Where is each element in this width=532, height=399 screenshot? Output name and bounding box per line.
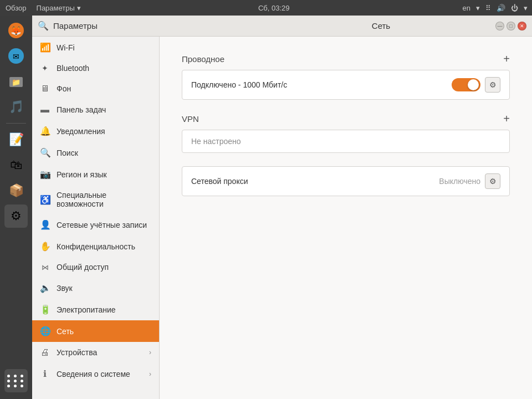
search-icon: 🔍 (38, 21, 49, 31)
sidebar-label-panel: Панель задач (57, 105, 106, 114)
lang-button[interactable]: en (463, 4, 470, 12)
window-title-center: Сеть (267, 21, 495, 30)
panel-icon: ▬ (40, 105, 50, 115)
fon-icon: 🖥 (40, 84, 50, 94)
power-sidebar-icon: 🔋 (40, 304, 50, 315)
dock-software[interactable]: 🛍 (4, 154, 28, 177)
settings-window: 🔍 Параметры Сеть — □ ✕ 📶 Wi-Fi (32, 16, 532, 399)
lang-arrow-icon: ▾ (476, 4, 480, 12)
about-chevron-icon: › (149, 370, 151, 378)
power-icon[interactable]: ⏻ (511, 4, 518, 12)
wired-settings-button[interactable]: ⚙ (485, 77, 500, 93)
vpn-add-button[interactable]: + (503, 113, 510, 124)
power-arrow: ▾ (524, 4, 528, 12)
sidebar: 📶 Wi-Fi ✦ Bluetooth 🖥 Фон ▬ Панель задач (32, 37, 160, 399)
sidebar-item-devices[interactable]: 🖨 Устройства › (32, 342, 159, 363)
svg-text:📁: 📁 (12, 78, 21, 87)
network-icon: 🌐 (40, 326, 50, 336)
main-layout: 📶 Wi-Fi ✦ Bluetooth 🖥 Фон ▬ Панель задач (32, 37, 532, 399)
content-wrap: 🦊 ✉ 📁 🎵 📝 🛍 📦 ⚙ (0, 16, 532, 399)
accessibility-icon: ♿ (40, 195, 50, 205)
vpn-section-title: VPN (182, 114, 199, 124)
devices-chevron-icon: › (149, 349, 151, 356)
topbar: Обзор Параметры ▾ Сб, 03:29 en ▾ ⠿ 🔊 ⏻ ▾ (0, 0, 532, 16)
dock-files[interactable]: 📁 (4, 70, 28, 93)
sidebar-item-power[interactable]: 🔋 Электропитание (32, 299, 159, 320)
sidebar-label-devices: Устройства (57, 348, 97, 357)
search-sidebar-icon: 🔍 (40, 147, 50, 158)
dock-firefox[interactable]: 🦊 (4, 19, 28, 42)
sidebar-label-sound: Звук (57, 284, 73, 293)
dock-thunderbird[interactable]: ✉ (4, 44, 28, 68)
wired-section-header: Проводное + (182, 53, 510, 64)
dock: 🦊 ✉ 📁 🎵 📝 🛍 📦 ⚙ (0, 16, 32, 399)
sidebar-item-search[interactable]: 🔍 Поиск (32, 142, 159, 163)
sidebar-item-fon[interactable]: 🖥 Фон (32, 78, 159, 99)
topbar-left: Обзор Параметры ▾ (0, 0, 85, 16)
sidebar-label-about: Сведения о системе (57, 370, 130, 378)
sidebar-label-notif: Уведомления (57, 127, 105, 136)
region-icon: 📷 (40, 169, 50, 180)
overview-button[interactable]: Обзор (0, 0, 32, 16)
proxy-card[interactable]: Сетевой прокси Выключено ⚙ (182, 166, 510, 196)
proxy-settings-button[interactable]: ⚙ (485, 173, 500, 189)
dock-writer[interactable]: 📝 (4, 128, 28, 151)
wired-add-button[interactable]: + (503, 53, 510, 64)
params-arrow-icon: ▾ (77, 4, 81, 12)
sidebar-item-notif[interactable]: 🔔 Уведомления (32, 120, 159, 142)
window-maximize-button[interactable]: □ (507, 22, 515, 30)
params-menu-label: Параметры (37, 4, 75, 12)
dock-separator (6, 123, 26, 124)
app-wrap: Обзор Параметры ▾ Сб, 03:29 en ▾ ⠿ 🔊 ⏻ ▾… (0, 0, 532, 399)
sidebar-label-search: Поиск (57, 149, 78, 157)
wired-toggle[interactable] (452, 78, 480, 91)
sidebar-item-privacy[interactable]: ✋ Конфиденциальность (32, 236, 159, 257)
proxy-section: Сетевой прокси Выключено ⚙ (182, 166, 510, 196)
sidebar-item-sound[interactable]: 🔈 Звук (32, 277, 159, 299)
svg-text:✉: ✉ (13, 52, 19, 61)
wired-section-title: Проводное (182, 54, 224, 64)
bluetooth-icon: ✦ (40, 64, 50, 73)
sidebar-item-region[interactable]: 📷 Регион и язык (32, 163, 159, 185)
accounts-icon: 👤 (40, 219, 50, 230)
volume-icon[interactable]: 🔊 (497, 4, 505, 12)
sidebar-label-privacy: Конфиденциальность (57, 242, 135, 251)
vpn-card: Не настроено (182, 130, 510, 153)
window-titlebar: 🔍 Параметры Сеть — □ ✕ (32, 16, 532, 37)
dock-rhythmbox[interactable]: 🎵 (4, 95, 28, 119)
window-close-button[interactable]: ✕ (518, 22, 526, 30)
sidebar-item-share[interactable]: ⋈ Общий доступ (32, 257, 159, 277)
dock-settings[interactable]: ⚙ (4, 204, 28, 228)
sidebar-item-about[interactable]: ℹ Сведения о системе › (32, 363, 159, 385)
sidebar-label-power: Электропитание (57, 305, 116, 314)
sidebar-label-accessibility: Специальные возможности (57, 191, 151, 208)
sidebar-item-bluetooth[interactable]: ✦ Bluetooth (32, 58, 159, 78)
dock-apps-grid-button[interactable] (4, 369, 28, 392)
sidebar-item-panel[interactable]: ▬ Панель задач (32, 99, 159, 120)
sidebar-label-fon: Фон (57, 84, 71, 93)
window-minimize-button[interactable]: — (495, 22, 504, 30)
share-icon: ⋈ (40, 263, 50, 272)
vpn-not-configured-label: Не настроено (191, 137, 241, 146)
params-menu-button[interactable]: Параметры ▾ (32, 0, 85, 16)
wifi-icon: 📶 (40, 42, 50, 53)
sidebar-item-accessibility[interactable]: ♿ Специальные возможности (32, 185, 159, 214)
vpn-section-header: VPN + (182, 113, 510, 124)
wired-card-row: Подключено - 1000 Мбит/с ⚙ (182, 70, 509, 99)
sidebar-item-network[interactable]: 🌐 Сеть (32, 320, 159, 342)
window-controls: — □ ✕ (495, 22, 526, 30)
dock-amazon[interactable]: 📦 (4, 179, 28, 202)
sidebar-label-region: Регион и язык (57, 170, 107, 179)
wired-status-label: Подключено - 1000 Мбит/с (191, 80, 452, 89)
sys-icon: ⠿ (485, 4, 491, 12)
topbar-clock: Сб, 03:29 (85, 4, 463, 12)
sidebar-item-accounts[interactable]: 👤 Сетевые учётные записи (32, 214, 159, 236)
sidebar-label-share: Общий доступ (57, 263, 109, 272)
sidebar-label-wifi: Wi-Fi (57, 43, 75, 52)
wired-section: Проводное + Подключено - 1000 Мбит/с (182, 53, 510, 100)
notif-icon: 🔔 (40, 126, 50, 136)
sidebar-label-accounts: Сетевые учётные записи (57, 221, 147, 229)
vpn-section: VPN + Не настроено (182, 113, 510, 153)
sidebar-item-wifi[interactable]: 📶 Wi-Fi (32, 37, 159, 58)
devices-icon: 🖨 (40, 347, 50, 357)
